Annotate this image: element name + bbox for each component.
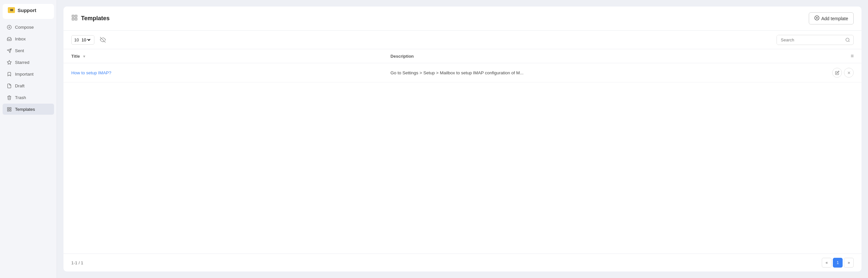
svg-rect-10 bbox=[72, 15, 74, 17]
sidebar-item-starred[interactable]: Starred bbox=[3, 57, 54, 68]
sidebar-item-compose-label: Compose bbox=[15, 25, 34, 30]
row-actions bbox=[832, 68, 854, 78]
templates-icon bbox=[6, 107, 12, 112]
svg-point-18 bbox=[846, 38, 849, 41]
draft-icon bbox=[6, 83, 12, 88]
sidebar-item-draft[interactable]: Draft bbox=[3, 80, 54, 91]
templates-table: Title ▼ Description ≡ How to bbox=[63, 49, 862, 82]
svg-rect-12 bbox=[75, 18, 77, 20]
sidebar-item-templates[interactable]: Templates bbox=[3, 104, 54, 115]
pagination-first[interactable]: « bbox=[822, 258, 832, 268]
brand-label: Support bbox=[18, 7, 36, 13]
sent-icon bbox=[6, 48, 12, 53]
search-button[interactable] bbox=[842, 35, 854, 45]
card-footer: 1-1 / 1 « 1 » bbox=[63, 254, 862, 272]
sidebar-item-inbox[interactable]: Inbox bbox=[3, 33, 54, 44]
card-toolbar: 10 10 25 50 bbox=[63, 31, 862, 49]
title-sort-icon: ▼ bbox=[82, 54, 86, 58]
row-actions-cell bbox=[825, 63, 862, 82]
compose-icon bbox=[6, 24, 12, 30]
per-page-value: 10 bbox=[74, 37, 79, 43]
sidebar-item-draft-label: Draft bbox=[15, 83, 24, 88]
col-title-label: Title bbox=[71, 54, 80, 59]
template-title-link[interactable]: How to setup IMAP? bbox=[71, 71, 111, 75]
hide-columns-button[interactable] bbox=[98, 34, 108, 45]
search-input[interactable] bbox=[777, 35, 842, 45]
inbox-icon bbox=[6, 36, 12, 41]
trash-icon bbox=[6, 95, 12, 100]
starred-icon bbox=[6, 60, 12, 65]
sidebar: ✉ Support Compose Inbox Sent Starre bbox=[0, 0, 57, 278]
sidebar-item-important[interactable]: Important bbox=[3, 68, 54, 80]
templates-table-container: Title ▼ Description ≡ How to bbox=[63, 49, 862, 254]
pagination-last[interactable]: » bbox=[844, 258, 854, 268]
svg-rect-8 bbox=[9, 110, 11, 111]
toolbar-left: 10 10 25 50 bbox=[71, 34, 108, 45]
sidebar-item-compose[interactable]: Compose bbox=[3, 22, 54, 33]
card-header: Templates Add template bbox=[63, 6, 862, 31]
delete-button[interactable] bbox=[844, 68, 854, 78]
page-title: Templates bbox=[71, 15, 110, 23]
sidebar-item-important-label: Important bbox=[15, 72, 33, 77]
sidebar-nav: Compose Inbox Sent Starred Important bbox=[0, 22, 57, 115]
table-menu-icon[interactable]: ≡ bbox=[851, 53, 854, 59]
brand-icon: ✉ bbox=[8, 7, 15, 13]
svg-marker-5 bbox=[7, 60, 11, 64]
col-header-actions: ≡ bbox=[825, 49, 862, 63]
important-icon bbox=[6, 72, 12, 77]
sidebar-brand[interactable]: ✉ Support bbox=[3, 4, 54, 19]
svg-line-19 bbox=[848, 41, 849, 42]
svg-rect-7 bbox=[9, 107, 11, 109]
pagination: « 1 » bbox=[822, 258, 854, 268]
svg-rect-9 bbox=[7, 110, 8, 111]
sidebar-item-sent[interactable]: Sent bbox=[3, 45, 54, 56]
sidebar-item-trash[interactable]: Trash bbox=[3, 92, 54, 103]
sidebar-item-sent-label: Sent bbox=[15, 48, 24, 53]
per-page-select[interactable]: 10 10 25 50 bbox=[71, 35, 94, 45]
sidebar-item-inbox-label: Inbox bbox=[15, 36, 26, 41]
page-title-text: Templates bbox=[81, 15, 110, 22]
add-template-button[interactable]: Add template bbox=[809, 12, 854, 24]
content-card: Templates Add template 10 10 25 50 bbox=[63, 6, 862, 272]
col-desc-label: Description bbox=[391, 54, 414, 59]
sidebar-item-starred-label: Starred bbox=[15, 60, 29, 65]
pagination-info: 1-1 / 1 bbox=[71, 260, 83, 265]
add-template-icon bbox=[814, 15, 819, 22]
sidebar-item-templates-label: Templates bbox=[15, 107, 35, 112]
main-content: Templates Add template 10 10 25 50 bbox=[57, 0, 868, 278]
edit-button[interactable] bbox=[832, 68, 842, 78]
search-box bbox=[777, 35, 854, 45]
templates-header-icon bbox=[71, 15, 78, 23]
per-page-dropdown[interactable]: 10 25 50 bbox=[80, 37, 91, 43]
pagination-page-1[interactable]: 1 bbox=[833, 258, 843, 268]
row-title: How to setup IMAP? bbox=[63, 63, 383, 82]
table-row: How to setup IMAP? Go to Settings > Setu… bbox=[63, 63, 862, 82]
row-description: Go to Settings > Setup > Mailbox to setu… bbox=[383, 63, 825, 82]
svg-rect-11 bbox=[75, 15, 77, 17]
col-header-title[interactable]: Title ▼ bbox=[63, 49, 383, 63]
svg-rect-13 bbox=[72, 18, 74, 20]
col-header-description: Description bbox=[383, 49, 825, 63]
add-template-label: Add template bbox=[822, 16, 848, 21]
sidebar-item-trash-label: Trash bbox=[15, 95, 26, 100]
svg-rect-6 bbox=[7, 107, 8, 109]
